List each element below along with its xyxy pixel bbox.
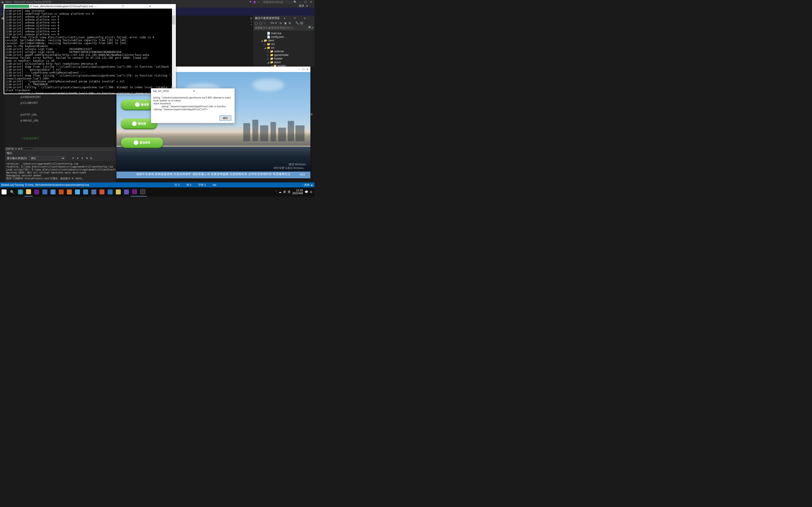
scroll-left-icon[interactable]: ◀ bbox=[18, 148, 19, 150]
tree-item[interactable]: ▷📁res bbox=[253, 42, 314, 46]
tree-item[interactable]: 📄main.lua bbox=[253, 32, 314, 35]
output-tool-icon[interactable]: ≡ bbox=[72, 157, 75, 160]
app-icon[interactable] bbox=[82, 187, 90, 196]
app-icon[interactable] bbox=[65, 187, 73, 196]
tree-item[interactable]: ◢📁src bbox=[253, 46, 314, 50]
app-icon[interactable] bbox=[122, 187, 131, 196]
app-icon[interactable] bbox=[98, 187, 106, 196]
file-explorer-icon[interactable] bbox=[24, 187, 33, 196]
wrench-icon[interactable]: 🔧▾ bbox=[295, 21, 299, 25]
chevron-icon[interactable]: ◢ bbox=[267, 61, 269, 64]
hscroll-thumb[interactable] bbox=[21, 148, 22, 150]
notification-center-icon[interactable]: 💬 bbox=[305, 190, 308, 193]
forward-icon[interactable]: ◯ bbox=[259, 21, 262, 25]
dropdown-icon[interactable]: ▼ bbox=[250, 24, 253, 26]
sign-in-link[interactable]: 登录 bbox=[299, 4, 304, 7]
minimize-button[interactable]: ─ bbox=[298, 68, 300, 71]
tray-chevron-icon[interactable]: ˄ bbox=[275, 190, 277, 193]
app-icon[interactable] bbox=[90, 187, 98, 196]
start-button[interactable]: ⊞ bbox=[0, 187, 8, 196]
close-button[interactable]: ✕ bbox=[148, 5, 174, 8]
add-icon[interactable]: ＋ bbox=[250, 20, 253, 24]
panel-close-icon[interactable]: ✕ bbox=[304, 17, 313, 20]
console-taskbar-icon[interactable] bbox=[139, 187, 147, 196]
search-button[interactable]: 🔍 bbox=[8, 187, 16, 196]
output-tool-icon[interactable]: ≡ bbox=[81, 157, 85, 160]
output-body[interactable]: relative: .\base\src\app\models\ClientCo… bbox=[5, 161, 116, 181]
pin-icon[interactable]: ⊓ bbox=[294, 17, 303, 20]
feedback-icon[interactable]: ☺ bbox=[258, 0, 260, 4]
chevron-icon[interactable]: ◢ bbox=[264, 46, 266, 49]
chevron-icon[interactable]: ▷ bbox=[264, 43, 266, 46]
tree-item[interactable]: ◢📁plaza bbox=[253, 60, 314, 64]
onedrive-icon[interactable]: ☁ bbox=[279, 190, 282, 193]
console-scrollbar[interactable] bbox=[172, 9, 175, 94]
hscroll-track[interactable] bbox=[23, 148, 33, 150]
close-icon[interactable]: ✕ bbox=[193, 90, 233, 93]
refresh-icon[interactable]: ⟳ bbox=[275, 21, 278, 25]
login-chevron-icon[interactable]: ▾ bbox=[306, 4, 308, 7]
tree-item[interactable]: ▷📁gamemodel bbox=[253, 53, 314, 57]
collapse-icon[interactable]: ⊟ bbox=[280, 21, 283, 25]
output-tool-icon[interactable]: ⎘ bbox=[90, 157, 94, 160]
close-button[interactable]: ✕ bbox=[309, 0, 313, 4]
ime-lang[interactable]: 英 bbox=[288, 190, 291, 194]
error-dialog-body: [string ".\client\src\plaza\views\LogonS… bbox=[151, 94, 235, 114]
home-icon[interactable]: ⌂ bbox=[264, 21, 267, 25]
chevron-icon[interactable]: ▷ bbox=[267, 50, 269, 53]
maximize-button[interactable]: ☐ bbox=[303, 0, 308, 4]
output-source-select[interactable]: 调试 bbox=[29, 156, 65, 160]
console-title: E:\new_dlm\client\run\debug\win32\GloryP… bbox=[30, 5, 93, 8]
app-icon[interactable] bbox=[114, 187, 122, 196]
vs-installer-icon[interactable] bbox=[33, 187, 41, 196]
back-icon[interactable]: ◯ bbox=[255, 21, 258, 25]
panel-close-icon[interactable]: ✕ bbox=[310, 113, 314, 116]
remote-icon[interactable]: ⊡ bbox=[310, 190, 312, 193]
chevron-icon[interactable]: ▷ bbox=[267, 53, 269, 57]
edge-icon[interactable] bbox=[16, 187, 24, 196]
split-icon[interactable]: ⊞ bbox=[250, 17, 253, 20]
tree-item[interactable]: ▷📁header bbox=[253, 57, 314, 60]
minimize-button[interactable]: ─ bbox=[298, 0, 302, 4]
quick-launch-input[interactable]: 快速启动 (Ctrl+Q) bbox=[262, 0, 292, 4]
properties-icon[interactable]: ⊞ bbox=[289, 21, 292, 25]
maximize-button[interactable]: ☐ bbox=[302, 68, 305, 71]
zoom-level[interactable]: 214 % bbox=[6, 147, 14, 150]
app-icon[interactable] bbox=[41, 187, 49, 196]
notification-badge[interactable]: 2 bbox=[253, 1, 256, 3]
close-button[interactable]: ✕ bbox=[306, 68, 309, 71]
show-all-icon[interactable]: ▣ bbox=[284, 21, 287, 25]
minimize-button[interactable]: ─ bbox=[93, 5, 120, 8]
output-clear-icon[interactable]: ✕ bbox=[86, 157, 89, 160]
tree-item-label: plaza bbox=[274, 61, 281, 64]
chevron-icon[interactable]: ▷ bbox=[267, 57, 269, 60]
app-icon[interactable] bbox=[106, 187, 114, 196]
solution-search-input[interactable]: 搜索解决方案资源管理器(Ctrl+;) 🔍▾ bbox=[253, 25, 314, 31]
output-tool-icon[interactable]: ≡ bbox=[77, 157, 80, 160]
visual-studio-icon[interactable] bbox=[131, 187, 139, 196]
vs-titlebar: ◈ client - Microsoft Visual Studio(管理员) … bbox=[0, 0, 314, 4]
toggle-icon[interactable]: — bbox=[300, 21, 303, 25]
tree-item[interactable]: ▷📁external bbox=[253, 50, 314, 53]
tree-item[interactable]: ◢📁client bbox=[253, 39, 314, 42]
panel-dropdown-icon[interactable]: ▾ bbox=[284, 17, 293, 20]
console-body[interactable]: [LUA-print] new instance [LUA-print] und… bbox=[4, 9, 175, 94]
zoom-dropdown-icon[interactable]: ▼ bbox=[15, 148, 17, 150]
chevron-icon[interactable]: ◢ bbox=[261, 39, 263, 42]
app-icon[interactable] bbox=[73, 187, 82, 196]
app-icon[interactable] bbox=[57, 187, 65, 196]
wechat-login-button[interactable]: 微信登录 bbox=[121, 137, 163, 148]
scrollbar-thumb[interactable] bbox=[172, 15, 175, 24]
maximize-button[interactable]: ☐ bbox=[120, 5, 147, 8]
code-editor[interactable]: yl.FRIENDPORT yl.CLUBPORT yl.HTTP_URL yl… bbox=[5, 94, 116, 147]
flag-icon[interactable]: ⚑ bbox=[249, 0, 252, 4]
sync-icon[interactable]: ⟳▾ bbox=[270, 21, 274, 25]
system-tray: ˄ ☁ 拼 英 12:15 2022/4/8 💬 ⊡ bbox=[273, 189, 314, 195]
taskbar-clock[interactable]: 12:15 2022/4/8 bbox=[292, 189, 303, 195]
search-icon[interactable]: 🔍 bbox=[293, 0, 297, 4]
ime-indicator[interactable]: 拼 bbox=[283, 190, 286, 194]
tree-item[interactable]: 📄config.json bbox=[253, 35, 314, 39]
publish-button[interactable]: ↑ 发布 ▲ bbox=[302, 183, 313, 187]
ok-button[interactable]: 确定 bbox=[219, 115, 231, 121]
app-icon[interactable] bbox=[49, 187, 57, 196]
